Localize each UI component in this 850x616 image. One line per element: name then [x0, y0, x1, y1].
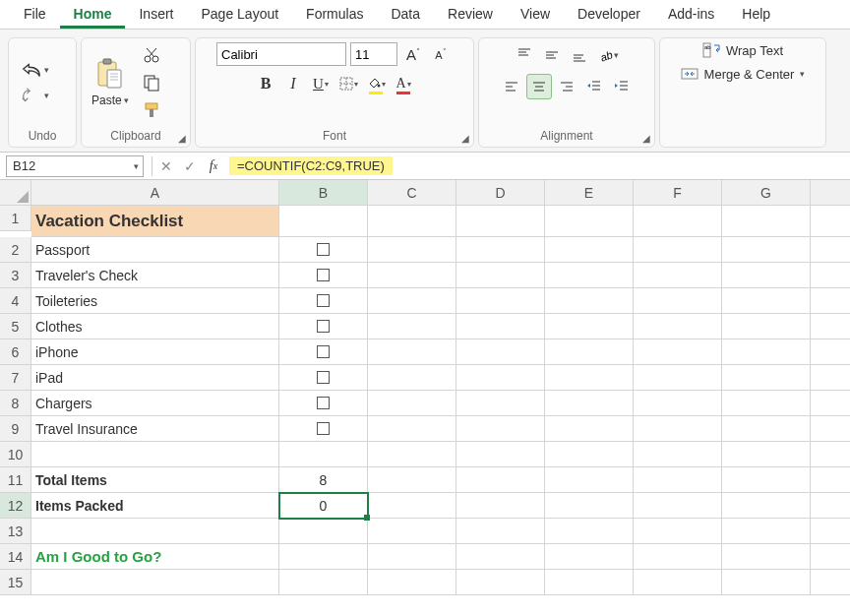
menu-item-review[interactable]: Review — [434, 0, 507, 29]
column-header[interactable]: B — [279, 180, 368, 206]
cell-G4[interactable] — [722, 288, 811, 314]
cell-F13[interactable] — [634, 519, 722, 544]
column-header[interactable]: A — [31, 180, 279, 206]
copy-button[interactable] — [141, 72, 162, 93]
cell-G1[interactable] — [722, 206, 811, 237]
cell-C12[interactable] — [368, 493, 456, 519]
checkbox[interactable] — [317, 294, 330, 307]
cell-F3[interactable] — [634, 263, 722, 288]
cell-A10[interactable] — [31, 442, 279, 467]
cell-F8[interactable] — [634, 391, 722, 416]
paste-button[interactable]: Paste▾ — [88, 56, 133, 109]
cell-E5[interactable] — [545, 314, 634, 339]
checkbox[interactable] — [317, 243, 330, 256]
cell-H15[interactable] — [811, 570, 850, 595]
cell-D12[interactable] — [456, 493, 545, 519]
cell-A5[interactable]: Clothes — [31, 314, 279, 339]
cell-E13[interactable] — [545, 519, 634, 544]
cell-F15[interactable] — [634, 570, 722, 595]
row-header[interactable]: 13 — [0, 519, 31, 544]
cell-G3[interactable] — [722, 263, 811, 288]
cell-A4[interactable]: Toileteries — [31, 288, 279, 314]
cell-H14[interactable] — [811, 544, 850, 570]
cell-B8[interactable] — [279, 391, 368, 416]
cell-A9[interactable]: Travel Insurance — [31, 416, 279, 442]
cell-H9[interactable] — [811, 416, 850, 442]
cell-F12[interactable] — [634, 493, 722, 519]
cell-E7[interactable] — [545, 365, 634, 391]
font-name-select[interactable] — [216, 42, 346, 66]
dialog-launcher-icon[interactable]: ◢ — [461, 133, 469, 144]
cell-B13[interactable] — [279, 519, 368, 544]
cell-F14[interactable] — [634, 544, 722, 570]
cell-D15[interactable] — [456, 570, 545, 595]
cell-C9[interactable] — [368, 416, 456, 442]
column-header[interactable]: G — [722, 180, 811, 206]
cell-G15[interactable] — [722, 570, 811, 595]
cell-B15[interactable] — [279, 570, 368, 595]
cell-A15[interactable] — [31, 570, 279, 595]
dialog-launcher-icon[interactable]: ◢ — [642, 133, 650, 144]
accept-formula-button[interactable]: ✓ — [178, 158, 202, 174]
checkbox[interactable] — [317, 320, 330, 333]
cell-E12[interactable] — [545, 493, 634, 519]
row-header[interactable]: 5 — [0, 314, 31, 339]
row-header[interactable]: 1 — [0, 206, 31, 231]
menu-item-view[interactable]: View — [507, 0, 564, 29]
row-header[interactable]: 4 — [0, 288, 31, 314]
cell-G12[interactable] — [722, 493, 811, 519]
cell-B3[interactable] — [279, 263, 368, 288]
cell-C2[interactable] — [368, 237, 456, 263]
checkbox[interactable] — [317, 422, 330, 435]
align-center-button[interactable] — [526, 74, 552, 99]
cell-D5[interactable] — [456, 314, 545, 339]
cell-F11[interactable] — [634, 467, 722, 493]
column-header[interactable]: E — [545, 180, 634, 206]
cell-A12[interactable]: Items Packed — [31, 493, 279, 519]
dialog-launcher-icon[interactable]: ◢ — [178, 133, 186, 144]
cell-H2[interactable] — [811, 237, 850, 263]
cell-A11[interactable]: Total Items — [31, 467, 279, 493]
align-bottom-button[interactable] — [567, 42, 592, 68]
cell-G10[interactable] — [722, 442, 811, 467]
align-left-button[interactable] — [499, 74, 524, 99]
cell-D10[interactable] — [456, 442, 545, 467]
cell-G11[interactable] — [722, 467, 811, 493]
borders-button[interactable]: ▾ — [336, 72, 360, 95]
cell-G9[interactable] — [722, 416, 811, 442]
row-header[interactable]: 2 — [0, 237, 31, 263]
cell-C4[interactable] — [368, 288, 456, 314]
fill-color-button[interactable]: ▾ — [364, 72, 388, 95]
cell-G14[interactable] — [722, 544, 811, 570]
column-header[interactable]: C — [368, 180, 456, 206]
cell-C3[interactable] — [368, 263, 456, 288]
cell-H3[interactable] — [811, 263, 850, 288]
cell-B11[interactable]: 8 — [279, 467, 368, 493]
align-middle-button[interactable] — [539, 42, 565, 68]
cell-D1[interactable] — [456, 206, 545, 237]
cell-E2[interactable] — [545, 237, 634, 263]
underline-button[interactable]: U▾ — [309, 72, 333, 95]
cell-A7[interactable]: iPad — [31, 365, 279, 391]
cell-E9[interactable] — [545, 416, 634, 442]
increase-font-button[interactable]: A˄ — [401, 42, 425, 66]
row-header[interactable]: 11 — [0, 467, 31, 493]
cell-E11[interactable] — [545, 467, 634, 493]
menu-item-developer[interactable]: Developer — [564, 0, 654, 29]
column-header[interactable]: F — [634, 180, 722, 206]
cell-E14[interactable] — [545, 544, 634, 570]
menu-item-home[interactable]: Home — [60, 0, 126, 29]
cell-D6[interactable] — [456, 339, 545, 365]
menu-item-insert[interactable]: Insert — [125, 0, 187, 29]
cell-G6[interactable] — [722, 339, 811, 365]
cell-F7[interactable] — [634, 365, 722, 391]
font-size-select[interactable] — [350, 42, 397, 66]
cell-G7[interactable] — [722, 365, 811, 391]
font-color-button[interactable]: A ▾ — [392, 72, 415, 95]
orientation-button[interactable]: ab▾ — [594, 42, 623, 68]
row-header[interactable]: 6 — [0, 339, 31, 365]
cell-H10[interactable] — [811, 442, 850, 467]
decrease-indent-button[interactable] — [581, 74, 607, 99]
cell-G2[interactable] — [722, 237, 811, 263]
cell-F10[interactable] — [634, 442, 722, 467]
